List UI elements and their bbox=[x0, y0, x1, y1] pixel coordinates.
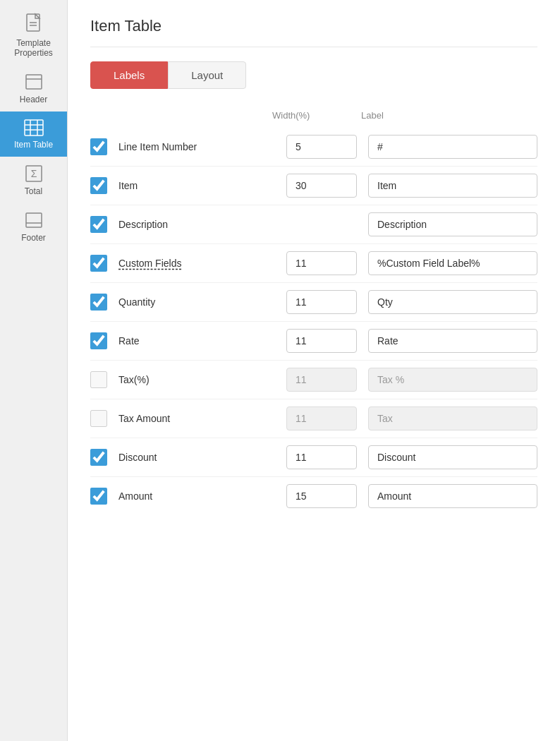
table-row: Discount bbox=[90, 438, 537, 477]
field-name-quantity: Quantity bbox=[118, 296, 286, 308]
file-icon bbox=[24, 13, 44, 35]
table-row: Line Item Number bbox=[90, 128, 537, 167]
sidebar-item-footer[interactable]: Footer bbox=[0, 203, 67, 250]
width-input-discount[interactable] bbox=[286, 445, 357, 469]
checkbox-tax-percent[interactable] bbox=[90, 371, 107, 388]
fields-table: Line Item NumberItemDescriptionCustom Fi… bbox=[90, 128, 537, 515]
table-row: Custom Fields bbox=[90, 244, 537, 283]
sidebar-item-label: Template Properties bbox=[4, 38, 63, 58]
table-row: Tax Amount bbox=[90, 399, 537, 438]
label-input-custom-fields[interactable] bbox=[368, 251, 537, 275]
width-input-tax-amount bbox=[286, 406, 357, 430]
sidebar-item-label: Header bbox=[20, 95, 47, 104]
table-row: Description bbox=[90, 205, 537, 244]
label-input-item[interactable] bbox=[368, 174, 537, 198]
field-name-tax-amount: Tax Amount bbox=[118, 413, 286, 424]
table-icon bbox=[23, 119, 44, 137]
svg-rect-3 bbox=[26, 75, 42, 89]
svg-rect-5 bbox=[25, 120, 43, 135]
checkbox-tax-amount[interactable] bbox=[90, 410, 107, 427]
svg-rect-12 bbox=[26, 213, 42, 227]
width-input-rate[interactable] bbox=[286, 329, 357, 353]
main-content: Item Table Labels Layout Width(%) Label … bbox=[68, 0, 560, 741]
checkbox-custom-fields[interactable] bbox=[90, 255, 107, 272]
label-input-tax-percent bbox=[368, 368, 537, 392]
tab-layout[interactable]: Layout bbox=[168, 61, 246, 89]
sidebar-item-template-properties[interactable]: Template Properties bbox=[0, 6, 67, 65]
sidebar-item-item-table[interactable]: Item Table bbox=[0, 112, 67, 157]
checkbox-description[interactable] bbox=[90, 216, 107, 233]
page-title: Item Table bbox=[90, 17, 537, 47]
width-input-tax-percent bbox=[286, 368, 357, 392]
label-input-line-item-number[interactable] bbox=[368, 135, 537, 159]
checkbox-item[interactable] bbox=[90, 177, 107, 194]
checkbox-discount[interactable] bbox=[90, 449, 107, 466]
table-row: Item bbox=[90, 167, 537, 205]
sidebar-item-label: Item Table bbox=[14, 140, 53, 150]
sidebar-item-label: Total bbox=[25, 186, 42, 196]
field-name-custom-fields: Custom Fields bbox=[118, 258, 286, 269]
col-name-header bbox=[118, 110, 272, 121]
tab-labels[interactable]: Labels bbox=[90, 61, 168, 89]
footer-icon bbox=[24, 210, 44, 230]
width-input-amount[interactable] bbox=[286, 484, 357, 508]
sidebar-item-label: Footer bbox=[21, 233, 46, 243]
label-input-description[interactable] bbox=[368, 212, 537, 236]
field-name-amount: Amount bbox=[118, 490, 286, 502]
tabs-container: Labels Layout bbox=[90, 61, 537, 89]
checkbox-rate[interactable] bbox=[90, 332, 107, 349]
width-input-custom-fields[interactable] bbox=[286, 251, 357, 275]
label-input-quantity[interactable] bbox=[368, 290, 537, 314]
sigma-icon: Σ bbox=[24, 164, 44, 183]
field-name-line-item-number: Line Item Number bbox=[118, 141, 286, 152]
col-width-header: Width(%) bbox=[272, 110, 350, 121]
width-input-line-item-number[interactable] bbox=[286, 135, 357, 159]
label-input-amount[interactable] bbox=[368, 484, 537, 508]
table-row: Tax(%) bbox=[90, 361, 537, 399]
header-icon bbox=[24, 72, 44, 92]
svg-text:Σ: Σ bbox=[30, 168, 37, 179]
table-row: Amount bbox=[90, 477, 537, 515]
checkbox-amount[interactable] bbox=[90, 488, 107, 505]
label-input-discount[interactable] bbox=[368, 445, 537, 469]
label-input-tax-amount bbox=[368, 406, 537, 430]
table-row: Rate bbox=[90, 322, 537, 361]
field-name-rate: Rate bbox=[118, 335, 286, 347]
checkbox-quantity[interactable] bbox=[90, 294, 107, 311]
checkbox-line-item-number[interactable] bbox=[90, 138, 107, 155]
sidebar-item-total[interactable]: Σ Total bbox=[0, 157, 67, 203]
field-name-tax-percent: Tax(%) bbox=[118, 374, 286, 385]
field-name-discount: Discount bbox=[118, 452, 286, 463]
width-input-quantity[interactable] bbox=[286, 290, 357, 314]
field-name-item: Item bbox=[118, 180, 286, 191]
table-row: Quantity bbox=[90, 283, 537, 322]
width-input-item[interactable] bbox=[286, 174, 357, 198]
field-name-description: Description bbox=[118, 219, 286, 230]
col-label-header: Label bbox=[361, 110, 537, 121]
sidebar-item-header[interactable]: Header bbox=[0, 65, 67, 112]
sidebar: Template Properties Header Item Table Σ … bbox=[0, 0, 68, 741]
label-input-rate[interactable] bbox=[368, 329, 537, 353]
table-column-headers: Width(%) Label bbox=[90, 106, 537, 125]
